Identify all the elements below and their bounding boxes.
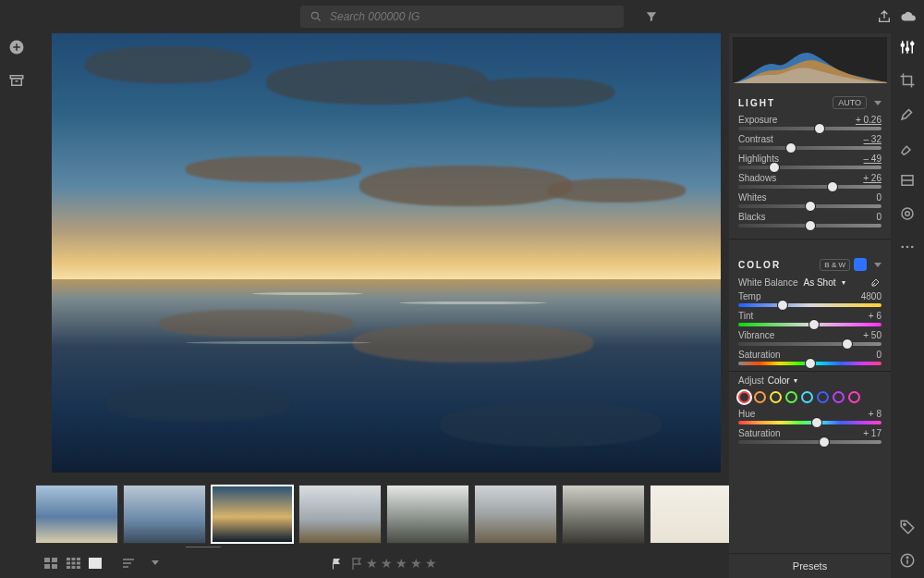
archive-button[interactable] <box>8 72 25 89</box>
svg-point-34 <box>911 43 914 45</box>
slider-highlights[interactable]: Highlights– 49 <box>738 154 881 169</box>
thumbnail-4[interactable] <box>386 485 469 544</box>
brush-icon[interactable] <box>899 139 916 155</box>
flag-reject-icon[interactable] <box>351 557 363 570</box>
swatch-4[interactable] <box>801 391 813 403</box>
svg-point-45 <box>906 557 908 559</box>
swatch-5[interactable] <box>817 391 829 403</box>
eyedropper-icon[interactable] <box>870 277 881 288</box>
light-drop-icon[interactable] <box>874 101 881 105</box>
tag-icon[interactable] <box>899 519 916 535</box>
histogram[interactable] <box>733 37 887 83</box>
share-icon[interactable] <box>877 9 892 24</box>
swatch-6[interactable] <box>833 391 845 403</box>
swatch-3[interactable] <box>785 391 797 403</box>
thumbnail-0[interactable] <box>35 485 118 544</box>
svg-rect-7 <box>52 558 57 562</box>
slider-saturation[interactable]: Saturation0 <box>738 350 881 365</box>
slider-vibrance[interactable]: Vibrance+ 50 <box>738 330 881 346</box>
healing-brush-icon[interactable] <box>899 105 916 122</box>
svg-point-42 <box>904 523 906 525</box>
thumbnail-3[interactable] <box>298 485 382 544</box>
presets-button[interactable]: Presets <box>729 553 891 578</box>
svg-rect-18 <box>77 566 80 569</box>
svg-point-0 <box>311 12 318 18</box>
flag-pick-icon[interactable] <box>331 557 343 570</box>
right-toolbar <box>891 33 924 578</box>
linear-gradient-icon[interactable] <box>899 172 916 189</box>
search-icon <box>310 10 322 23</box>
svg-rect-6 <box>44 558 50 562</box>
slider-tint[interactable]: Tint+ 6 <box>738 311 881 326</box>
adjust-mode[interactable]: Color <box>768 375 790 386</box>
filter-icon[interactable] <box>645 10 658 23</box>
svg-point-38 <box>906 212 910 216</box>
thumbnail-7[interactable] <box>650 485 733 544</box>
search-field[interactable] <box>300 6 624 28</box>
svg-line-1 <box>318 18 321 21</box>
svg-rect-11 <box>72 558 76 560</box>
grid-small-view-icon[interactable] <box>44 558 58 569</box>
slider-exposure[interactable]: Exposure+ 0.26 <box>738 115 881 130</box>
auto-button[interactable]: AUTO <box>833 96 867 109</box>
svg-point-37 <box>902 208 913 219</box>
thumbnail-6[interactable] <box>562 485 645 544</box>
edit-panel: LIGHT AUTO Exposure+ 0.26 Contrast– 32 H… <box>729 33 891 578</box>
grid-view-icon[interactable] <box>67 558 80 569</box>
color-section-title: COLOR <box>738 260 781 270</box>
svg-rect-17 <box>72 566 76 569</box>
photo-canvas[interactable] <box>52 33 721 473</box>
slider-whites[interactable]: Whites0 <box>738 192 881 208</box>
thumbnail-2[interactable] <box>211 485 294 544</box>
svg-rect-16 <box>67 566 70 569</box>
sort-drop-icon[interactable] <box>152 560 159 565</box>
slider-blacks[interactable]: Blacks0 <box>738 212 881 228</box>
svg-point-33 <box>906 48 909 51</box>
sort-icon[interactable] <box>123 558 140 569</box>
slider-hue[interactable]: Hue+ 8 <box>738 409 881 424</box>
bw-button[interactable]: B & W <box>820 259 850 271</box>
crop-icon[interactable] <box>899 72 916 89</box>
svg-point-39 <box>901 246 904 249</box>
single-view-icon[interactable] <box>89 558 102 569</box>
swatch-1[interactable] <box>754 391 766 403</box>
light-section-title: LIGHT <box>738 98 775 108</box>
slider-saturation[interactable]: Saturation+ 17 <box>738 428 881 444</box>
slider-shadows[interactable]: Shadows+ 26 <box>738 173 881 189</box>
slider-temp[interactable]: Temp4800 <box>738 291 881 307</box>
wb-value[interactable]: As Shot <box>803 277 835 288</box>
radial-gradient-icon[interactable] <box>899 205 916 222</box>
rating-stars[interactable]: ★★★★★ <box>366 556 437 571</box>
cloud-sync-icon[interactable] <box>900 8 917 25</box>
wb-label: White Balance <box>738 277 797 288</box>
svg-rect-8 <box>44 564 50 569</box>
top-bar <box>0 0 924 33</box>
swatch-0[interactable] <box>738 391 750 403</box>
svg-rect-12 <box>77 558 80 560</box>
svg-point-40 <box>906 246 909 249</box>
svg-point-41 <box>911 246 914 249</box>
add-photos-button[interactable] <box>8 39 25 55</box>
adjust-label: Adjust <box>738 375 764 386</box>
svg-rect-9 <box>52 564 57 569</box>
thumbnail-1[interactable] <box>123 485 206 544</box>
slider-contrast[interactable]: Contrast– 32 <box>738 134 881 150</box>
thumbnail-5[interactable] <box>474 485 557 544</box>
color-drop-icon[interactable] <box>874 263 881 267</box>
svg-point-32 <box>901 43 904 46</box>
search-input[interactable] <box>330 10 614 23</box>
info-icon[interactable] <box>899 552 916 569</box>
color-swatches <box>738 391 881 403</box>
svg-rect-10 <box>67 558 70 560</box>
color-mixer-button[interactable] <box>854 258 867 271</box>
more-icon[interactable] <box>899 239 916 255</box>
edit-sliders-icon[interactable] <box>899 39 916 55</box>
left-toolbar <box>0 33 33 578</box>
swatch-2[interactable] <box>770 391 782 403</box>
svg-rect-14 <box>72 561 76 564</box>
svg-rect-19 <box>89 558 102 569</box>
swatch-7[interactable] <box>848 391 860 403</box>
svg-rect-13 <box>67 561 70 564</box>
svg-rect-15 <box>77 561 80 564</box>
